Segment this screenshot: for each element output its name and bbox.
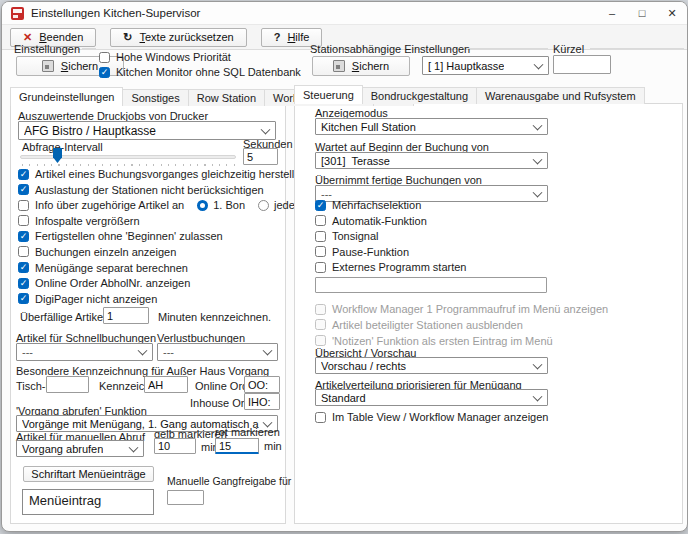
checkbox: [315, 319, 326, 330]
sichern-button-right[interactable]: Sichern: [312, 56, 410, 76]
checkbox-label: Menügänge separat berechnen: [35, 262, 188, 274]
anzeigemodus-combobox[interactable]: Kitchen Full Station: [315, 118, 548, 135]
checkbox[interactable]: ✓: [18, 231, 29, 242]
checkbox-row[interactable]: ✓Mehrfachselektion: [315, 199, 565, 211]
manueller-abruf-combobox[interactable]: Vorgang abrufen: [16, 440, 144, 457]
rot-markieren-label: rot markieren: [215, 426, 280, 438]
title-bar: Einstellungen Kitchen-Supervisor – □ ✕: [2, 2, 687, 24]
maximize-button[interactable]: □: [627, 2, 657, 24]
settings-window: Einstellungen Kitchen-Supervisor – □ ✕ ✕…: [1, 1, 688, 532]
artikelverteilung-combobox[interactable]: Standard: [315, 389, 548, 406]
kuerzel-input[interactable]: [553, 55, 611, 74]
inhouse-order-input[interactable]: [244, 393, 280, 410]
stationsabhaengig-group-label: Stationsabhängige Einstellungen: [310, 43, 470, 55]
checkbox-row[interactable]: Hohe Windows Priorität: [99, 51, 231, 63]
checkbox-label: Fertigstellen ohne 'Beginnen' zulassen: [35, 230, 223, 242]
station-combobox[interactable]: [ 1] Hauptkasse: [422, 56, 549, 75]
rot-min-unit: min: [264, 440, 282, 452]
chevron-down-icon: [263, 346, 273, 356]
checkbox-label: Auslastung der Stationen nicht berücksic…: [35, 184, 264, 196]
save-disk-icon: [42, 60, 54, 72]
checkbox: [315, 304, 326, 315]
online-order-input[interactable]: [244, 376, 280, 393]
checkbox[interactable]: ✓: [99, 67, 110, 78]
checkbox-row[interactable]: ✓Menügänge separat berechnen: [18, 262, 286, 274]
tab-bondruckgestaltung[interactable]: Bondruckgestaltung: [362, 87, 477, 104]
radio-button[interactable]: [258, 200, 269, 211]
checkbox[interactable]: [18, 215, 29, 226]
chevron-down-icon: [138, 346, 148, 356]
checkbox-row[interactable]: Info über zugehörige Artikel an1. Bonjed…: [18, 199, 286, 211]
checkbox-row[interactable]: Infospalte vergrößern: [18, 215, 286, 227]
checkbox-row[interactable]: ✓Artikel eines Buchungsvorganges gleichz…: [18, 168, 286, 180]
checkbox[interactable]: ✓: [315, 200, 326, 211]
checkbox-row[interactable]: ✓Online Order AbholNr. anzeigen: [18, 277, 286, 289]
hilfe-label: Hilfe: [287, 31, 309, 43]
tab-row-station[interactable]: Row Station: [188, 89, 265, 106]
checkbox[interactable]: [315, 412, 326, 423]
checkbox-label: Mehrfachselektion: [332, 199, 421, 211]
checkbox[interactable]: [315, 231, 326, 242]
checkbox[interactable]: ✓: [18, 262, 29, 273]
checkbox-row[interactable]: Im Table View / Workflow Manager anzeige…: [315, 411, 548, 423]
checkbox-label: Info über zugehörige Artikel an: [35, 199, 184, 211]
checkbox-row[interactable]: ✓Kitchen Monitor ohne SQL Datenbank: [99, 66, 301, 78]
checkbox-row[interactable]: Tonsignal: [315, 230, 565, 242]
checkbox[interactable]: ✓: [18, 169, 29, 180]
divider: [590, 48, 684, 49]
abfrage-intervall-slider[interactable]: [20, 155, 236, 159]
checkbox-row[interactable]: Buchungen einzeln anzeigen: [18, 246, 286, 258]
checkbox-label: DigiPager nicht anzeigen: [35, 293, 157, 305]
externes-programm-input[interactable]: [315, 277, 547, 293]
checkbox[interactable]: [18, 246, 29, 257]
checkbox-label: Automatik-Funktion: [332, 215, 427, 227]
checkbox[interactable]: ✓: [18, 278, 29, 289]
gelb-markieren-input[interactable]: [154, 438, 196, 454]
checkbox[interactable]: [315, 262, 326, 273]
close-button[interactable]: ✕: [657, 2, 687, 24]
checkbox[interactable]: [315, 215, 326, 226]
chevron-down-icon: [533, 120, 543, 130]
schnellbuchungen-combobox[interactable]: ---: [16, 343, 153, 361]
radio-button[interactable]: [197, 200, 208, 211]
checkbox[interactable]: [99, 52, 110, 63]
checkbox-row[interactable]: Pause-Funktion: [315, 246, 565, 258]
ueberfaellige-minuten-input[interactable]: [103, 307, 149, 324]
menue-preview: Menüeintrag: [22, 489, 154, 515]
tab-grundeinstellungen[interactable]: Grundeinstellungen: [10, 87, 123, 106]
checkbox-row[interactable]: Automatik-Funktion: [315, 215, 565, 227]
checkbox[interactable]: [18, 200, 29, 211]
chevron-down-icon: [533, 359, 543, 369]
ueberfaellig-label-post: Minuten kennzeichnen.: [158, 311, 271, 323]
right-tab-strip: SteuerungBondruckgestaltungWarenausgabe …: [294, 85, 644, 104]
tisch-nr-input[interactable]: [46, 376, 89, 393]
tab-steuerung[interactable]: Steuerung: [294, 85, 363, 104]
checkbox-label: Kitchen Monitor ohne SQL Datenbank: [116, 66, 301, 78]
gangfreigabe-input[interactable]: [167, 490, 204, 505]
checkbox[interactable]: ✓: [18, 184, 29, 195]
checkbox-row[interactable]: Externes Programm starten: [315, 261, 565, 273]
hohe-prioritaet-checkbox-wrap: Hohe Windows Priorität: [99, 51, 231, 67]
kennzeichen-input[interactable]: [144, 376, 188, 393]
checkbox-label: 'Notizen' Funktion als ersten Eintrag im…: [332, 335, 553, 347]
tab-warenausgabe-und-rufsystem[interactable]: Warenausgabe und Rufsystem: [476, 87, 645, 104]
checkbox-row[interactable]: ✓Auslastung der Stationen nicht berücksi…: [18, 184, 286, 196]
schriftart-button[interactable]: Schriftart Menüeinträge: [23, 466, 154, 482]
checkbox-label: Externes Programm starten: [332, 261, 467, 273]
minimize-button[interactable]: –: [597, 2, 627, 24]
checkbox[interactable]: [315, 246, 326, 257]
texte-zuruecksetzen-button[interactable]: ↻ Texte zurücksetzen: [110, 28, 246, 47]
app-icon: [11, 7, 24, 20]
checkbox-row[interactable]: ✓DigiPager nicht anzeigen: [18, 293, 286, 305]
wartet-combobox[interactable]: [301] Terasse: [315, 152, 548, 169]
tab-sonstiges[interactable]: Sonstiges: [122, 89, 188, 106]
druckjobs-combobox[interactable]: AFG Bistro / Hauptkasse: [18, 121, 276, 140]
checkbox-label: Im Table View / Workflow Manager anzeige…: [332, 411, 548, 423]
checkbox-row[interactable]: ✓Fertigstellen ohne 'Beginnen' zulassen: [18, 230, 286, 242]
sekunden-input[interactable]: [243, 148, 278, 165]
uebersicht-combobox[interactable]: Vorschau / rechts: [315, 357, 548, 374]
chevron-down-icon: [534, 59, 544, 69]
checkbox[interactable]: ✓: [18, 293, 29, 304]
rot-markieren-input[interactable]: [215, 438, 259, 454]
verlustbuchungen-combobox[interactable]: ---: [157, 343, 278, 361]
